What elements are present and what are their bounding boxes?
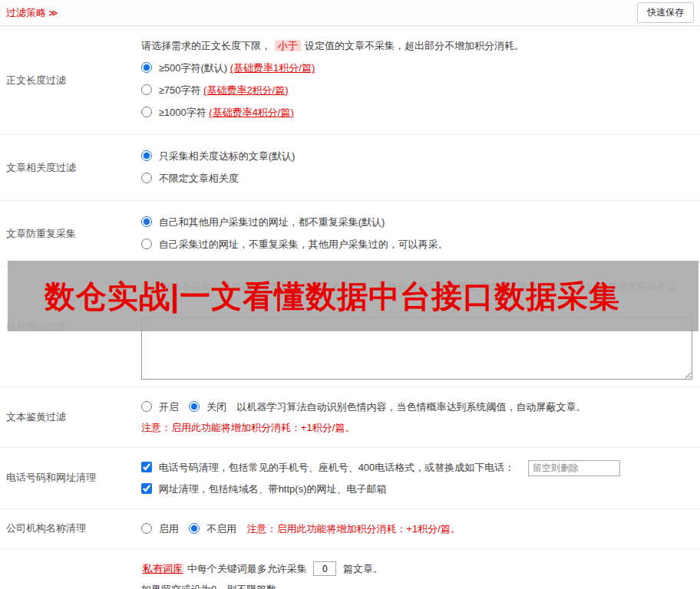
quick-save-button[interactable]: 快速保存 bbox=[637, 2, 694, 23]
porn-option-off-label: 关闭 bbox=[206, 401, 226, 413]
row-label-length: 正文长度过滤 bbox=[0, 26, 132, 134]
row-label-company: 公司机构名称清理 bbox=[0, 509, 132, 548]
row-content-relevance: 只采集相关度达标的文章(默认) 不限定文章相关度 bbox=[132, 135, 700, 200]
row-content-keyword: 私有词库 中每个关键词最多允许采集 篇文章。 如果留空或设为0，则不限篇数。 如… bbox=[132, 549, 700, 589]
porn-desc: 以机器学习算法自动识别色情内容，当色情概率达到系统阈值，自动屏蔽文章。 bbox=[237, 401, 586, 413]
relevance-option-any-label: 不限定文章相关度 bbox=[159, 173, 239, 184]
porn-option-on[interactable]: 开启 bbox=[141, 399, 179, 415]
length-option-1000-label: ≥1000字符 bbox=[159, 107, 210, 118]
company-option-disable[interactable]: 不启用 bbox=[189, 521, 236, 537]
length-intro-pre: 请选择需求的正文长度下限， bbox=[141, 40, 271, 51]
dedupe-radio-self[interactable] bbox=[141, 239, 152, 249]
length-option-500-label: ≥500字符(默认) bbox=[159, 62, 230, 74]
url-cleanup-checkbox[interactable] bbox=[141, 483, 152, 494]
row-label-relevance: 文章相关度过滤 bbox=[0, 135, 132, 200]
length-intro: 请选择需求的正文长度下限，小于设定值的文章不采集，超出部分不增加积分消耗。 bbox=[141, 38, 692, 54]
dedupe-option-self[interactable]: 自己采集过的网址，不重复采集，其他用户采集过的，可以再采。 bbox=[141, 237, 692, 252]
keyword-limit-mid: 中每个关键词最多允许采集 bbox=[187, 563, 307, 574]
row-dedupe-collect: 文章防重复采集 自己和其他用户采集过的网址，都不重复采集(默认) 自己采集过的网… bbox=[0, 201, 700, 267]
length-option-1000[interactable]: ≥1000字符 (基础费率4积分/篇) bbox=[141, 105, 692, 120]
porn-option-off[interactable]: 关闭 bbox=[189, 399, 226, 415]
row-keyword-dedupe: 关键词防重复采集 私有词库 中每个关键词最多允许采集 篇文章。 如果留空或设为0… bbox=[0, 549, 700, 589]
relevance-option-strict[interactable]: 只采集相关度达标的文章(默认) bbox=[141, 149, 692, 164]
url-cleanup-option[interactable]: 网址清理，包括纯域名、带http(s)的网址、电子邮箱 bbox=[141, 481, 386, 497]
keyword-limit-line: 私有词库 中每个关键词最多允许采集 篇文章。 bbox=[141, 561, 692, 577]
row-company-cleanup: 公司机构名称清理 启用 不启用 注意：启用此功能将增加积分消耗：+1积分/篇。 bbox=[0, 509, 700, 549]
row-phone-url-cleanup: 电话号码和网址清理 电话号码清理，包括常见的手机号、座机号、400电话格式，或替… bbox=[0, 448, 700, 509]
keyword-limit-end: 篇文章。 bbox=[343, 563, 383, 574]
company-radio-enable[interactable] bbox=[141, 523, 152, 534]
row-relevance-filter: 文章相关度过滤 只采集相关度达标的文章(默认) 不限定文章相关度 bbox=[0, 135, 700, 201]
dedupe-option-self-label: 自己采集过的网址，不重复采集，其他用户采集过的，可以再采。 bbox=[159, 239, 448, 250]
relevance-radio-any[interactable] bbox=[141, 173, 152, 183]
row-porn-filter: 文本鉴黄过滤 开启 关闭 以机器学习算法自动识别色情内容，当色情概率达到系统阈值… bbox=[0, 387, 700, 448]
blocked-sites-textarea[interactable] bbox=[141, 317, 692, 380]
dedupe-option-global-label: 自己和其他用户采集过的网址，都不重复采集(默认) bbox=[159, 216, 385, 228]
row-content-phone-url: 电话号码清理，包括常见的手机号、座机号、400电话格式，或替换成如下电话： 网址… bbox=[132, 448, 700, 508]
keyword-count-input[interactable] bbox=[313, 561, 336, 576]
company-radio-disable[interactable] bbox=[189, 523, 200, 534]
length-radio-1000[interactable] bbox=[141, 107, 152, 117]
row-label-dedupe: 文章防重复采集 bbox=[0, 201, 132, 266]
length-option-1000-rate-link[interactable]: (基础费率4积分/篇) bbox=[209, 107, 294, 118]
row-content-target-site: 以下网站不采集，只填域名，每行一个，最多200个。系统会自动识别并屏蔽那些非文章… bbox=[132, 267, 700, 387]
company-options-line: 启用 不启用 注意：启用此功能将增加积分消耗：+1积分/篇。 bbox=[141, 521, 692, 537]
length-radio-750[interactable] bbox=[141, 84, 152, 95]
length-intro-post: 设定值的文章不采集，超出部分不增加积分消耗。 bbox=[305, 40, 524, 51]
company-option-enable[interactable]: 启用 bbox=[141, 521, 179, 537]
row-target-site-filter: 目标网站过滤 以下网站不采集，只填域名，每行一个，最多200个。系统会自动识别并… bbox=[0, 267, 700, 387]
relevance-option-any[interactable]: 不限定文章相关度 bbox=[141, 171, 692, 186]
porn-cost-note: 注意：启用此功能将增加积分消耗：+1积分/篇。 bbox=[141, 420, 692, 436]
length-option-750-label: ≥750字符 bbox=[159, 84, 203, 96]
porn-radio-off[interactable] bbox=[189, 401, 200, 412]
url-cleanup-line: 网址清理，包括纯域名、带http(s)的网址、电子邮箱 bbox=[141, 481, 692, 497]
row-label-phone-url: 电话号码和网址清理 bbox=[0, 448, 132, 508]
relevance-option-strict-label: 只采集相关度达标的文章(默认) bbox=[159, 150, 296, 162]
row-content-company: 启用 不启用 注意：启用此功能将增加积分消耗：+1积分/篇。 bbox=[132, 509, 700, 548]
phone-cleanup-label: 电话号码清理，包括常见的手机号、座机号、400电话格式，或替换成如下电话： bbox=[159, 462, 515, 473]
phone-cleanup-checkbox[interactable] bbox=[141, 462, 152, 472]
row-label-target-site: 目标网站过滤 bbox=[0, 267, 132, 387]
company-option-disable-label: 不启用 bbox=[206, 523, 236, 535]
replacement-phone-input[interactable] bbox=[528, 460, 620, 476]
porn-radio-on[interactable] bbox=[141, 401, 152, 412]
row-content-dedupe: 自己和其他用户采集过的网址，都不重复采集(默认) 自己采集过的网址，不重复采集，… bbox=[132, 201, 700, 266]
url-cleanup-label: 网址清理，包括纯域名、带http(s)的网址、电子邮箱 bbox=[159, 483, 387, 495]
length-option-500-rate-link[interactable]: (基础费率1积分/篇) bbox=[230, 62, 315, 74]
relevance-radio-strict[interactable] bbox=[141, 150, 152, 161]
length-radio-500[interactable] bbox=[141, 62, 152, 73]
private-lexicon-link[interactable]: 私有词库 bbox=[141, 563, 184, 574]
dedupe-option-global[interactable]: 自己和其他用户采集过的网址，都不重复采集(默认) bbox=[141, 215, 692, 230]
phone-cleanup-option[interactable]: 电话号码清理，包括常见的手机号、座机号、400电话格式，或替换成如下电话： bbox=[141, 459, 514, 475]
phone-cleanup-line: 电话号码清理，包括常见的手机号、座机号、400电话格式，或替换成如下电话： bbox=[141, 459, 692, 476]
row-length-filter: 正文长度过滤 请选择需求的正文长度下限，小于设定值的文章不采集，超出部分不增加积… bbox=[0, 26, 700, 135]
page-header: 过滤策略≫ 快速保存 bbox=[0, 0, 700, 26]
target-site-desc: 以下网站不采集，只填域名，每行一个，最多200个。系统会自动识别并屏蔽那些非文章… bbox=[141, 278, 692, 311]
company-option-enable-label: 启用 bbox=[159, 523, 179, 535]
row-label-keyword: 关键词防重复采集 bbox=[0, 549, 132, 589]
row-content-length: 请选择需求的正文长度下限，小于设定值的文章不采集，超出部分不增加积分消耗。 ≥5… bbox=[132, 26, 700, 134]
collapse-chevron-icon: ≫ bbox=[48, 8, 58, 18]
page-title-text: 过滤策略 bbox=[6, 7, 46, 18]
page-title[interactable]: 过滤策略≫ bbox=[6, 6, 58, 20]
company-cost-note: 注意：启用此功能将增加积分消耗：+1积分/篇。 bbox=[247, 523, 461, 535]
porn-option-on-label: 开启 bbox=[159, 401, 179, 413]
row-content-porn: 开启 关闭 以机器学习算法自动识别色情内容，当色情概率达到系统阈值，自动屏蔽文章… bbox=[132, 387, 700, 447]
length-option-750[interactable]: ≥750字符 (基础费率2积分/篇) bbox=[141, 83, 692, 98]
row-label-porn: 文本鉴黄过滤 bbox=[0, 387, 132, 447]
length-option-500[interactable]: ≥500字符(默认) (基础费率1积分/篇) bbox=[141, 61, 692, 76]
length-option-750-rate-link[interactable]: (基础费率2积分/篇) bbox=[203, 84, 289, 96]
dedupe-radio-global[interactable] bbox=[141, 216, 152, 227]
porn-options-line: 开启 关闭 以机器学习算法自动识别色情内容，当色情概率达到系统阈值，自动屏蔽文章… bbox=[141, 399, 692, 415]
length-intro-highlight: 小于 bbox=[275, 40, 301, 51]
keyword-note-zero: 如果留空或设为0，则不限篇数。 bbox=[141, 581, 692, 589]
